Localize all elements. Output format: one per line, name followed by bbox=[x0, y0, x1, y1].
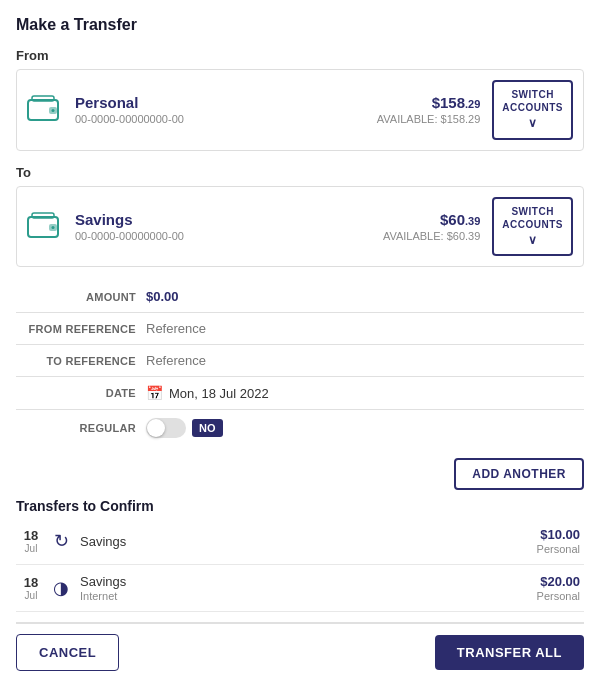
from-account-balance-wrap: $158.29 AVAILABLE: $158.29 bbox=[377, 94, 481, 125]
regular-label: REGULAR bbox=[16, 422, 146, 434]
to-reference-input[interactable] bbox=[146, 353, 584, 368]
calendar-icon[interactable]: 📅 bbox=[146, 385, 163, 401]
transfer-date-mon: Jul bbox=[20, 543, 42, 554]
transfer-from: Personal bbox=[341, 543, 580, 555]
to-reference-label: TO REFERENCE bbox=[16, 355, 146, 367]
transfer-date-mon: Jul bbox=[20, 590, 42, 601]
transfer-from: Personal bbox=[341, 590, 580, 602]
transfers-table: 18 Jul ↻ Savings $10.00 Personal 18 Jul … bbox=[16, 518, 584, 612]
date-label: DATE bbox=[16, 387, 146, 399]
transfer-amount: $10.00 bbox=[341, 527, 580, 542]
regular-toggle-wrap: NO bbox=[146, 418, 223, 438]
transfer-amount: $20.00 bbox=[341, 574, 580, 589]
transfer-name-cell: Savings bbox=[76, 518, 337, 565]
transfer-all-button[interactable]: TRANSFER ALL bbox=[435, 635, 584, 670]
regular-row: REGULAR NO bbox=[16, 410, 584, 446]
transfer-icon-cell: ↻ bbox=[46, 518, 76, 565]
transfer-date-cell: 18 Jul bbox=[16, 565, 46, 612]
transfer-amount-cell: $20.00 Personal bbox=[337, 565, 584, 612]
from-switch-accounts-button[interactable]: SWITCHACCOUNTS ∨ bbox=[492, 80, 573, 140]
cancel-button[interactable]: CANCEL bbox=[16, 634, 119, 671]
svg-rect-5 bbox=[32, 213, 54, 218]
transfer-name: Savings bbox=[80, 574, 333, 589]
amount-value[interactable]: $0.00 bbox=[146, 289, 179, 304]
transfer-date-cell: 18 Jul bbox=[16, 518, 46, 565]
transfer-row: 18 Jul ↻ Savings $10.00 Personal bbox=[16, 518, 584, 565]
date-row: DATE 📅 Mon, 18 Jul 2022 bbox=[16, 377, 584, 410]
from-reference-label: FROM REFERENCE bbox=[16, 323, 146, 335]
to-reference-row: TO REFERENCE bbox=[16, 345, 584, 377]
to-account-balance-wrap: $60.39 AVAILABLE: $60.39 bbox=[383, 211, 480, 242]
from-switch-chevron-icon: ∨ bbox=[502, 116, 563, 132]
to-account-available: AVAILABLE: $60.39 bbox=[383, 230, 480, 242]
regular-toggle[interactable] bbox=[146, 418, 186, 438]
to-switch-accounts-button[interactable]: SWITCHACCOUNTS ∨ bbox=[492, 197, 573, 257]
to-account-name: Savings bbox=[75, 211, 383, 228]
from-account-number: 00-0000-00000000-00 bbox=[75, 113, 377, 125]
to-switch-chevron-icon: ∨ bbox=[502, 233, 563, 249]
to-account-number: 00-0000-00000000-00 bbox=[75, 230, 383, 242]
svg-rect-1 bbox=[32, 96, 54, 101]
svg-point-7 bbox=[52, 226, 55, 229]
to-account-balance: $60.39 bbox=[383, 211, 480, 228]
add-another-wrap: ADD ANOTHER bbox=[16, 458, 584, 490]
to-label: To bbox=[16, 165, 584, 180]
transfer-sub: Internet bbox=[80, 590, 333, 602]
date-value[interactable]: Mon, 18 Jul 2022 bbox=[169, 386, 269, 401]
from-account-info: Personal 00-0000-00000000-00 bbox=[75, 94, 377, 125]
from-account-balance: $158.29 bbox=[377, 94, 481, 111]
clock-icon: ◑ bbox=[53, 578, 69, 598]
transfer-row: 18 Jul ◑ Savings Internet $20.00 Persona… bbox=[16, 565, 584, 612]
to-account-info: Savings 00-0000-00000000-00 bbox=[75, 211, 383, 242]
from-reference-input[interactable] bbox=[146, 321, 584, 336]
from-account-name: Personal bbox=[75, 94, 377, 111]
to-account-card: Savings 00-0000-00000000-00 $60.39 AVAIL… bbox=[16, 186, 584, 268]
toggle-knob bbox=[147, 419, 165, 437]
transfers-title: Transfers to Confirm bbox=[16, 498, 584, 514]
to-account-icon bbox=[27, 210, 63, 243]
from-label: From bbox=[16, 48, 584, 63]
transfer-name: Savings bbox=[80, 534, 333, 549]
from-account-available: AVAILABLE: $158.29 bbox=[377, 113, 481, 125]
transfer-name-cell: Savings Internet bbox=[76, 565, 337, 612]
amount-row: AMOUNT $0.00 bbox=[16, 281, 584, 313]
from-account-card: Personal 00-0000-00000000-00 $158.29 AVA… bbox=[16, 69, 584, 151]
regular-toggle-label: NO bbox=[192, 419, 223, 437]
footer-bar: CANCEL TRANSFER ALL bbox=[16, 622, 584, 671]
svg-point-3 bbox=[52, 109, 55, 112]
refresh-icon: ↻ bbox=[54, 531, 69, 551]
page-title: Make a Transfer bbox=[16, 16, 584, 34]
transfer-amount-cell: $10.00 Personal bbox=[337, 518, 584, 565]
from-account-icon bbox=[27, 93, 63, 126]
add-another-button[interactable]: ADD ANOTHER bbox=[454, 458, 584, 490]
amount-label: AMOUNT bbox=[16, 291, 146, 303]
transfer-form: AMOUNT $0.00 FROM REFERENCE TO REFERENCE… bbox=[16, 281, 584, 446]
transfer-date-day: 18 bbox=[20, 575, 42, 590]
transfer-date-day: 18 bbox=[20, 528, 42, 543]
from-reference-row: FROM REFERENCE bbox=[16, 313, 584, 345]
transfer-icon-cell: ◑ bbox=[46, 565, 76, 612]
